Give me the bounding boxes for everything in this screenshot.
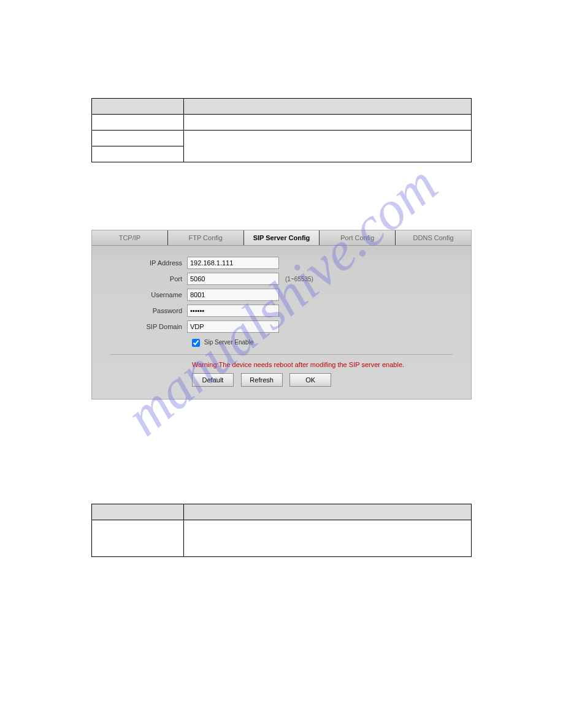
tab-sip-server-config[interactable]: SIP Server Config — [244, 230, 320, 245]
tab-ftp-config[interactable]: FTP Config — [168, 230, 244, 245]
default-button[interactable]: Default — [192, 373, 234, 387]
table1-cell — [184, 115, 472, 131]
username-input[interactable] — [187, 289, 279, 301]
sip-form: IP Address Port (1~65535) Username Passw… — [92, 246, 471, 399]
port-input[interactable] — [187, 273, 279, 285]
tab-port-config[interactable]: Port Config — [320, 230, 396, 245]
sip-domain-input[interactable] — [187, 320, 279, 333]
divider — [110, 354, 453, 355]
sip-server-enable-checkbox[interactable] — [192, 339, 200, 347]
tab-tcpip[interactable]: TCP/IP — [92, 230, 168, 245]
table1-header-cell — [92, 99, 184, 115]
table1-cell — [92, 146, 184, 162]
table1-cell — [184, 131, 472, 162]
sip-server-enable-label: Sip Server Enable — [204, 339, 254, 346]
table2-cell — [92, 520, 184, 557]
table1-header-cell — [184, 99, 472, 115]
port-label: Port — [110, 275, 187, 282]
ip-address-label: IP Address — [110, 259, 187, 267]
tab-bar: TCP/IP FTP Config SIP Server Config Port… — [92, 230, 471, 246]
table1-cell — [92, 115, 184, 131]
port-hint: (1~65535) — [285, 276, 313, 282]
password-label: Password — [110, 307, 187, 314]
table2-header-cell — [92, 504, 184, 520]
table2-header-cell — [184, 504, 472, 520]
parameter-table-2 — [91, 504, 472, 557]
table2-cell — [184, 520, 472, 557]
parameter-table-1 — [91, 98, 472, 162]
password-input[interactable] — [187, 305, 279, 317]
sip-domain-label: SIP Domain — [110, 323, 187, 330]
sip-config-panel: TCP/IP FTP Config SIP Server Config Port… — [91, 230, 472, 400]
tab-ddns-config[interactable]: DDNS Config — [396, 230, 471, 245]
refresh-button[interactable]: Refresh — [241, 373, 283, 387]
table1-cell — [92, 131, 184, 146]
username-label: Username — [110, 291, 187, 298]
ok-button[interactable]: OK — [289, 373, 331, 387]
warning-text: Warning:The device needs reboot after mo… — [192, 361, 453, 368]
ip-address-input[interactable] — [187, 257, 279, 269]
